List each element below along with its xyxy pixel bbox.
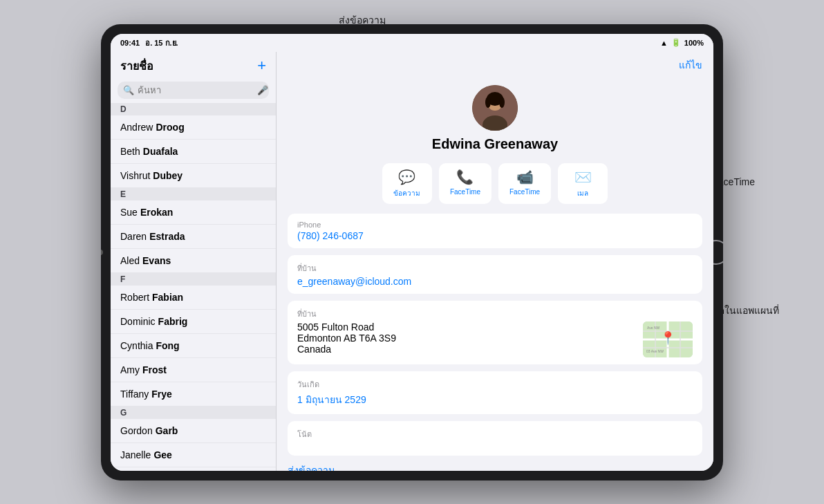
message-action-button[interactable]: 💬 ข้อความ [382,163,432,204]
contact-item[interactable]: Tiffany Frye [111,382,276,407]
phone-label: iPhone [297,221,693,229]
detail-panel: แก้ไข [277,52,713,471]
action-buttons: 💬 ข้อความ 📞 FaceTime 📹 FaceTime ✉️ [277,163,713,214]
birthday-card[interactable]: วันเกิด 1 มิถุนายน 2529 [288,371,702,414]
notes-label: โน้ต [297,428,693,440]
section-header-e: E [111,188,276,200]
main-content: รายชื่อ + 🔍 🎤 D Andrew Droog Beth Duafal… [111,52,713,471]
email-label: ที่บ้าน [297,262,693,274]
battery-pct: 100% [684,39,704,47]
section-header-g: G [111,407,276,419]
facetime-video-icon: 📹 [516,169,534,185]
mail-icon: ✉️ [574,169,592,185]
ipad-screen: 09:41 อ. 15 ก.ย. ▲ 🔋 100% รายชื่อ + [111,34,713,471]
map-pin: 📍 [660,330,675,345]
section-header-d: D [111,103,276,115]
birthday-value[interactable]: 1 มิถุนายน 2529 [297,392,693,407]
message-icon: 💬 [398,169,415,185]
email-card[interactable]: ที่บ้าน e_greenaway@icloud.com [288,255,702,294]
svg-text:Ave NW: Ave NW [647,326,660,330]
send-message-link[interactable]: ส่งข้อความ [277,456,713,471]
address-line3: Canada [297,344,636,355]
message-button-label: ข้อความ [393,188,420,198]
battery-icon: 🔋 [671,38,681,47]
email-value[interactable]: e_greenaway@icloud.com [297,276,693,287]
add-contact-button[interactable]: + [257,58,266,73]
svg-point-5 [499,97,505,108]
wifi-icon: ▲ [660,39,668,47]
contact-item-amy-frost[interactable]: Amy Frost [111,358,276,382]
contact-item[interactable]: Daren Estrada [111,225,276,249]
birthday-label: วันเกิด [297,378,693,391]
contact-item[interactable]: Cynthia Fong [111,334,276,358]
contact-item[interactable]: Andrew Droog [111,115,276,140]
address-card[interactable]: ที่บ้าน 5005 Fulton Road Edmonton AB T6A… [288,301,702,364]
contact-list: D Andrew Droog Beth Duafala Vishrut Dube… [111,103,276,471]
phone-button-label: FaceTime [450,188,480,196]
address-line1: 5005 Fulton Road [297,321,636,333]
sidebar-title: รายชื่อ [120,57,153,75]
phone-icon: 📞 [456,169,474,185]
address-text: 5005 Fulton Road Edmonton AB T6A 3S9 Can… [297,321,636,355]
mail-button-label: เมล [577,188,588,198]
search-input[interactable] [138,85,254,95]
address-line2: Edmonton AB T6A 3S9 [297,333,636,344]
contact-item[interactable]: Dominic Fabrig [111,310,276,334]
status-date: อ. 15 ก.ย. [145,37,178,49]
detail-top-bar: แก้ไข [277,52,713,78]
notes-card[interactable]: โน้ต [288,421,702,456]
status-time: 09:41 [120,39,140,47]
contact-item[interactable]: Robert Fabian [111,286,276,310]
search-bar[interactable]: 🔍 🎤 [118,82,269,99]
facetime-video-action-button[interactable]: 📹 FaceTime [498,163,551,204]
section-header-f: F [111,273,276,286]
status-bar: 09:41 อ. 15 ก.ย. ▲ 🔋 100% [111,34,713,52]
contact-item[interactable]: Gordon Garb [111,419,276,443]
contact-name: Edwina Greenaway [432,136,558,152]
info-cards: iPhone (780) 246-0687 ที่บ้าน e_greenawa… [277,214,713,456]
contact-item[interactable]: Aled Evans [111,249,276,273]
outer-wrapper: ส่งข้อความ โทร FaceTime เปิดในแอพแผนที่ … [0,0,824,504]
contact-item[interactable]: Beth Duafala [111,140,276,164]
facetime-video-button-label: FaceTime [509,188,540,196]
edit-button[interactable]: แก้ไข [679,57,702,73]
side-dot [101,250,103,255]
ipad-frame: 09:41 อ. 15 ก.ย. ▲ 🔋 100% รายชื่อ + [101,24,723,480]
svg-text:03 Ave NW: 03 Ave NW [646,349,664,353]
contact-item[interactable]: Sue Erokan [111,200,276,225]
mic-icon[interactable]: 🎤 [257,85,268,95]
phone-action-button[interactable]: 📞 FaceTime [439,163,491,204]
mail-action-button[interactable]: ✉️ เมล [558,163,608,204]
contact-item[interactable]: Vishrut Dubey [111,164,276,188]
contact-item[interactable]: Janelle Gee [111,443,276,467]
status-right: ▲ 🔋 100% [660,38,704,47]
avatar-image [472,85,518,131]
map-thumbnail[interactable]: Ave NW 03 Ave NW 📍 [643,321,693,357]
avatar [472,85,518,131]
search-icon: 🔍 [123,85,134,95]
svg-point-4 [485,97,491,108]
sidebar: รายชื่อ + 🔍 🎤 D Andrew Droog Beth Duafal… [111,52,277,471]
address-label: ที่บ้าน [297,308,693,320]
contact-item[interactable]: Lisa Gee [111,467,276,471]
address-content: 5005 Fulton Road Edmonton AB T6A 3S9 Can… [297,321,693,357]
sidebar-header: รายชื่อ + [111,52,276,79]
phone-value[interactable]: (780) 246-0687 [297,230,693,241]
contact-hero: Edwina Greenaway [277,78,713,163]
phone-card[interactable]: iPhone (780) 246-0687 [288,214,702,248]
